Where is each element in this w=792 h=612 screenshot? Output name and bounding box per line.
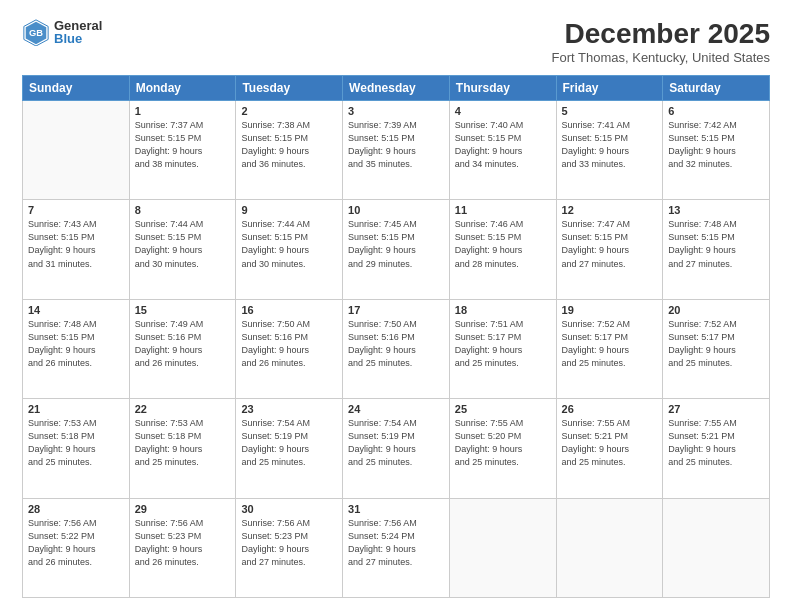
day-info: Sunrise: 7:52 AM Sunset: 5:17 PM Dayligh… [562,318,658,370]
day-info: Sunrise: 7:50 AM Sunset: 5:16 PM Dayligh… [241,318,337,370]
calendar-week-row: 14Sunrise: 7:48 AM Sunset: 5:15 PM Dayli… [23,299,770,398]
month-title: December 2025 [552,18,770,50]
col-saturday: Saturday [663,76,770,101]
day-info: Sunrise: 7:51 AM Sunset: 5:17 PM Dayligh… [455,318,551,370]
day-info: Sunrise: 7:43 AM Sunset: 5:15 PM Dayligh… [28,218,124,270]
day-number: 5 [562,105,658,117]
day-info: Sunrise: 7:56 AM Sunset: 5:23 PM Dayligh… [135,517,231,569]
day-info: Sunrise: 7:56 AM Sunset: 5:22 PM Dayligh… [28,517,124,569]
header: GB General Blue December 2025 Fort Thoma… [22,18,770,65]
day-number: 12 [562,204,658,216]
col-thursday: Thursday [449,76,556,101]
table-row: 25Sunrise: 7:55 AM Sunset: 5:20 PM Dayli… [449,399,556,498]
table-row [449,498,556,597]
day-info: Sunrise: 7:46 AM Sunset: 5:15 PM Dayligh… [455,218,551,270]
day-number: 1 [135,105,231,117]
col-sunday: Sunday [23,76,130,101]
table-row: 7Sunrise: 7:43 AM Sunset: 5:15 PM Daylig… [23,200,130,299]
table-row: 23Sunrise: 7:54 AM Sunset: 5:19 PM Dayli… [236,399,343,498]
table-row: 16Sunrise: 7:50 AM Sunset: 5:16 PM Dayli… [236,299,343,398]
day-number: 10 [348,204,444,216]
table-row: 29Sunrise: 7:56 AM Sunset: 5:23 PM Dayli… [129,498,236,597]
day-info: Sunrise: 7:54 AM Sunset: 5:19 PM Dayligh… [348,417,444,469]
day-number: 17 [348,304,444,316]
col-friday: Friday [556,76,663,101]
table-row: 20Sunrise: 7:52 AM Sunset: 5:17 PM Dayli… [663,299,770,398]
day-info: Sunrise: 7:55 AM Sunset: 5:21 PM Dayligh… [668,417,764,469]
table-row: 2Sunrise: 7:38 AM Sunset: 5:15 PM Daylig… [236,101,343,200]
table-row: 5Sunrise: 7:41 AM Sunset: 5:15 PM Daylig… [556,101,663,200]
day-info: Sunrise: 7:53 AM Sunset: 5:18 PM Dayligh… [28,417,124,469]
day-info: Sunrise: 7:38 AM Sunset: 5:15 PM Dayligh… [241,119,337,171]
day-info: Sunrise: 7:39 AM Sunset: 5:15 PM Dayligh… [348,119,444,171]
col-wednesday: Wednesday [343,76,450,101]
table-row: 13Sunrise: 7:48 AM Sunset: 5:15 PM Dayli… [663,200,770,299]
day-number: 25 [455,403,551,415]
table-row: 1Sunrise: 7:37 AM Sunset: 5:15 PM Daylig… [129,101,236,200]
calendar: Sunday Monday Tuesday Wednesday Thursday… [22,75,770,598]
day-info: Sunrise: 7:53 AM Sunset: 5:18 PM Dayligh… [135,417,231,469]
day-info: Sunrise: 7:44 AM Sunset: 5:15 PM Dayligh… [135,218,231,270]
table-row: 8Sunrise: 7:44 AM Sunset: 5:15 PM Daylig… [129,200,236,299]
table-row [663,498,770,597]
day-number: 4 [455,105,551,117]
svg-text:GB: GB [29,28,43,38]
day-info: Sunrise: 7:40 AM Sunset: 5:15 PM Dayligh… [455,119,551,171]
day-info: Sunrise: 7:42 AM Sunset: 5:15 PM Dayligh… [668,119,764,171]
day-info: Sunrise: 7:37 AM Sunset: 5:15 PM Dayligh… [135,119,231,171]
day-info: Sunrise: 7:56 AM Sunset: 5:23 PM Dayligh… [241,517,337,569]
day-number: 14 [28,304,124,316]
table-row: 31Sunrise: 7:56 AM Sunset: 5:24 PM Dayli… [343,498,450,597]
table-row: 18Sunrise: 7:51 AM Sunset: 5:17 PM Dayli… [449,299,556,398]
col-tuesday: Tuesday [236,76,343,101]
day-number: 7 [28,204,124,216]
table-row: 19Sunrise: 7:52 AM Sunset: 5:17 PM Dayli… [556,299,663,398]
day-info: Sunrise: 7:54 AM Sunset: 5:19 PM Dayligh… [241,417,337,469]
day-number: 20 [668,304,764,316]
table-row: 24Sunrise: 7:54 AM Sunset: 5:19 PM Dayli… [343,399,450,498]
day-info: Sunrise: 7:47 AM Sunset: 5:15 PM Dayligh… [562,218,658,270]
day-number: 29 [135,503,231,515]
day-info: Sunrise: 7:48 AM Sunset: 5:15 PM Dayligh… [668,218,764,270]
logo-blue-text: Blue [54,32,102,45]
table-row: 30Sunrise: 7:56 AM Sunset: 5:23 PM Dayli… [236,498,343,597]
table-row: 4Sunrise: 7:40 AM Sunset: 5:15 PM Daylig… [449,101,556,200]
day-info: Sunrise: 7:55 AM Sunset: 5:21 PM Dayligh… [562,417,658,469]
day-number: 11 [455,204,551,216]
calendar-week-row: 28Sunrise: 7:56 AM Sunset: 5:22 PM Dayli… [23,498,770,597]
day-info: Sunrise: 7:45 AM Sunset: 5:15 PM Dayligh… [348,218,444,270]
table-row: 14Sunrise: 7:48 AM Sunset: 5:15 PM Dayli… [23,299,130,398]
day-info: Sunrise: 7:44 AM Sunset: 5:15 PM Dayligh… [241,218,337,270]
table-row: 6Sunrise: 7:42 AM Sunset: 5:15 PM Daylig… [663,101,770,200]
day-number: 6 [668,105,764,117]
day-number: 23 [241,403,337,415]
table-row: 11Sunrise: 7:46 AM Sunset: 5:15 PM Dayli… [449,200,556,299]
table-row: 15Sunrise: 7:49 AM Sunset: 5:16 PM Dayli… [129,299,236,398]
table-row [556,498,663,597]
day-info: Sunrise: 7:41 AM Sunset: 5:15 PM Dayligh… [562,119,658,171]
day-number: 22 [135,403,231,415]
day-info: Sunrise: 7:52 AM Sunset: 5:17 PM Dayligh… [668,318,764,370]
day-number: 27 [668,403,764,415]
table-row: 28Sunrise: 7:56 AM Sunset: 5:22 PM Dayli… [23,498,130,597]
page: GB General Blue December 2025 Fort Thoma… [0,0,792,612]
day-number: 31 [348,503,444,515]
location: Fort Thomas, Kentucky, United States [552,50,770,65]
table-row: 3Sunrise: 7:39 AM Sunset: 5:15 PM Daylig… [343,101,450,200]
calendar-week-row: 1Sunrise: 7:37 AM Sunset: 5:15 PM Daylig… [23,101,770,200]
calendar-week-row: 7Sunrise: 7:43 AM Sunset: 5:15 PM Daylig… [23,200,770,299]
title-block: December 2025 Fort Thomas, Kentucky, Uni… [552,18,770,65]
day-number: 30 [241,503,337,515]
table-row: 21Sunrise: 7:53 AM Sunset: 5:18 PM Dayli… [23,399,130,498]
day-info: Sunrise: 7:56 AM Sunset: 5:24 PM Dayligh… [348,517,444,569]
table-row: 12Sunrise: 7:47 AM Sunset: 5:15 PM Dayli… [556,200,663,299]
day-number: 21 [28,403,124,415]
day-number: 8 [135,204,231,216]
table-row: 9Sunrise: 7:44 AM Sunset: 5:15 PM Daylig… [236,200,343,299]
day-info: Sunrise: 7:48 AM Sunset: 5:15 PM Dayligh… [28,318,124,370]
table-row: 10Sunrise: 7:45 AM Sunset: 5:15 PM Dayli… [343,200,450,299]
logo-text: General Blue [54,19,102,45]
table-row: 26Sunrise: 7:55 AM Sunset: 5:21 PM Dayli… [556,399,663,498]
day-number: 13 [668,204,764,216]
day-info: Sunrise: 7:50 AM Sunset: 5:16 PM Dayligh… [348,318,444,370]
